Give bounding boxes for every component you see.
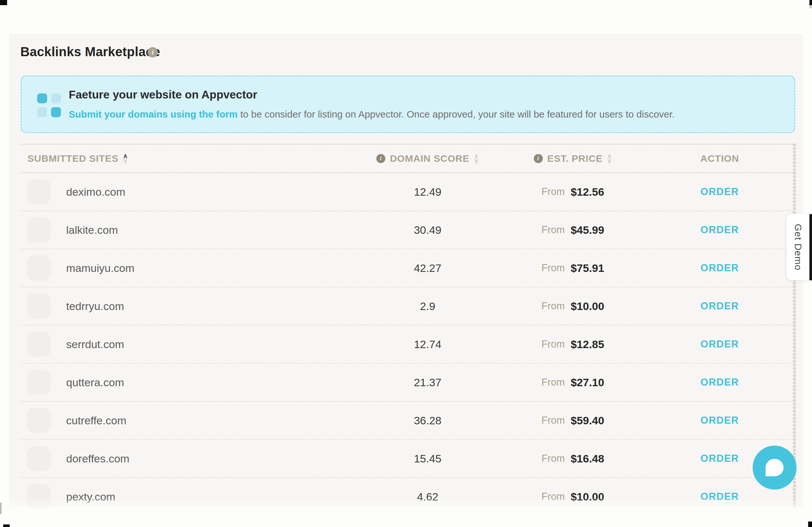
domain-score-value: 15.45 xyxy=(360,440,495,477)
est-price: From $12.56 xyxy=(511,173,634,211)
column-header-submitted-sites[interactable]: SUBMITTED SITES ∧ ∨ xyxy=(27,145,128,172)
screen-artifact xyxy=(808,522,812,527)
column-label: SUBMITTED SITES xyxy=(27,153,118,164)
table-row: mamuiyu.com 42.27 From $75.91 ORDER xyxy=(21,249,794,287)
est-price: From $10.00 xyxy=(511,478,634,515)
order-button[interactable]: ORDER xyxy=(679,249,760,287)
price-prefix: From xyxy=(541,224,565,236)
info-icon[interactable]: i xyxy=(376,154,385,163)
order-button[interactable]: ORDER xyxy=(679,478,760,515)
order-button[interactable]: ORDER xyxy=(679,287,760,325)
column-header-est-price[interactable]: i EST. PRICE ∧ ∨ xyxy=(511,145,634,172)
screen-artifact xyxy=(0,502,2,514)
sort-down-icon[interactable]: ∨ xyxy=(123,159,128,163)
sort-down-icon[interactable]: ∨ xyxy=(607,159,612,163)
chat-launcher-button[interactable] xyxy=(753,446,797,489)
price-prefix: From xyxy=(541,338,565,350)
table-row: doreffes.com 15.45 From $16.48 ORDER xyxy=(21,440,794,478)
favicon-placeholder xyxy=(27,370,51,395)
site-domain: lalkite.com xyxy=(66,211,118,248)
site-domain: cutreffe.com xyxy=(66,402,126,439)
domain-score-value: 4.62 xyxy=(360,478,495,515)
price-prefix: From xyxy=(541,415,565,426)
order-button[interactable]: ORDER xyxy=(679,440,760,477)
domain-score-value: 36.28 xyxy=(360,402,495,439)
order-button[interactable]: ORDER xyxy=(679,211,760,248)
domain-score-value: 30.49 xyxy=(360,211,495,248)
domain-score-value: 2.9 xyxy=(360,287,495,325)
order-button[interactable]: ORDER xyxy=(679,364,760,401)
chat-bubble-icon xyxy=(766,459,784,476)
price-amount: $10.00 xyxy=(570,300,604,313)
price-amount: $75.91 xyxy=(570,262,604,274)
order-button[interactable]: ORDER xyxy=(679,402,760,439)
site-domain: pexty.com xyxy=(66,478,115,515)
table-row: lalkite.com 30.49 From $45.99 ORDER xyxy=(21,211,794,249)
get-demo-button[interactable]: Get Demo xyxy=(786,214,809,280)
price-prefix: From xyxy=(541,453,565,464)
site-domain: tedrryu.com xyxy=(66,287,124,325)
est-price: From $27.10 xyxy=(511,364,634,401)
backlinks-table: SUBMITTED SITES ∧ ∨ i DOMAIN SCORE ∧ ∨ i… xyxy=(21,144,794,515)
screen-artifact xyxy=(3,524,10,527)
favicon-placeholder xyxy=(27,179,51,204)
est-price: From $12.85 xyxy=(511,326,634,363)
price-amount: $12.56 xyxy=(570,186,604,198)
banner-title: Faeture your website on Appvector xyxy=(69,88,257,101)
page-title: Backlinks Marketplace xyxy=(20,45,160,59)
est-price: From $45.99 xyxy=(511,211,634,248)
site-domain: serrdut.com xyxy=(66,326,124,363)
domain-score-value: 21.37 xyxy=(360,364,495,401)
table-row: tedrryu.com 2.9 From $10.00 ORDER xyxy=(21,287,794,326)
banner-body-text: to be consider for listing on Appvector.… xyxy=(237,109,675,119)
banner-text: Submit your domains using the form to be… xyxy=(69,109,675,120)
sort-down-icon[interactable]: ∨ xyxy=(474,159,479,163)
table-body: deximo.com 12.49 From $12.56 ORDER lalki… xyxy=(21,173,794,515)
column-label: EST. PRICE xyxy=(547,153,603,164)
table-right-border xyxy=(793,144,796,507)
favicon-placeholder xyxy=(27,446,51,471)
est-price: From $59.40 xyxy=(511,402,634,439)
favicon-placeholder xyxy=(27,217,51,243)
sort-chevrons-icon[interactable]: ∧ ∨ xyxy=(123,154,128,163)
price-prefix: From xyxy=(541,262,565,274)
favicon-placeholder xyxy=(27,255,51,281)
info-glyph: i xyxy=(380,155,382,162)
order-button[interactable]: ORDER xyxy=(679,326,760,363)
column-label: DOMAIN SCORE xyxy=(390,153,469,164)
domain-score-value: 12.49 xyxy=(360,173,495,211)
price-amount: $10.00 xyxy=(570,490,604,503)
table-row: deximo.com 12.49 From $12.56 ORDER xyxy=(21,173,794,211)
order-button[interactable]: ORDER xyxy=(679,173,760,211)
title-info-icon[interactable]: i xyxy=(147,47,158,57)
price-amount: $27.10 xyxy=(570,376,604,389)
price-prefix: From xyxy=(541,186,565,198)
price-amount: $59.40 xyxy=(570,414,604,427)
favicon-placeholder xyxy=(27,408,51,433)
price-amount: $16.48 xyxy=(570,452,604,465)
feature-banner: Faeture your website on Appvector Submit… xyxy=(21,75,795,133)
table-row: cutreffe.com 36.28 From $59.40 ORDER xyxy=(21,402,794,440)
site-domain: deximo.com xyxy=(66,173,125,211)
favicon-placeholder xyxy=(27,294,51,319)
est-price: From $16.48 xyxy=(511,440,634,477)
screen-artifact xyxy=(809,0,812,5)
column-header-domain-score[interactable]: i DOMAIN SCORE ∧ ∨ xyxy=(360,145,495,172)
submit-domains-link[interactable]: Submit your domains using the form xyxy=(69,109,237,119)
favicon-placeholder xyxy=(27,484,51,509)
price-prefix: From xyxy=(541,491,565,502)
column-header-action: ACTION xyxy=(679,145,760,172)
info-glyph: i xyxy=(537,155,539,162)
price-amount: $45.99 xyxy=(570,224,604,237)
table-header-row: SUBMITTED SITES ∧ ∨ i DOMAIN SCORE ∧ ∨ i… xyxy=(21,144,794,173)
get-demo-label: Get Demo xyxy=(793,224,803,271)
table-row: quttera.com 21.37 From $27.10 ORDER xyxy=(21,364,794,402)
sort-chevrons-icon[interactable]: ∧ ∨ xyxy=(607,154,612,163)
site-domain: quttera.com xyxy=(66,364,124,401)
screen-artifact xyxy=(0,0,7,5)
favicon-placeholder xyxy=(27,332,51,357)
sort-chevrons-icon[interactable]: ∧ ∨ xyxy=(474,154,479,163)
scrollbar-thumb[interactable] xyxy=(809,214,812,280)
info-icon[interactable]: i xyxy=(534,154,543,163)
grid-squares-icon xyxy=(37,93,61,117)
